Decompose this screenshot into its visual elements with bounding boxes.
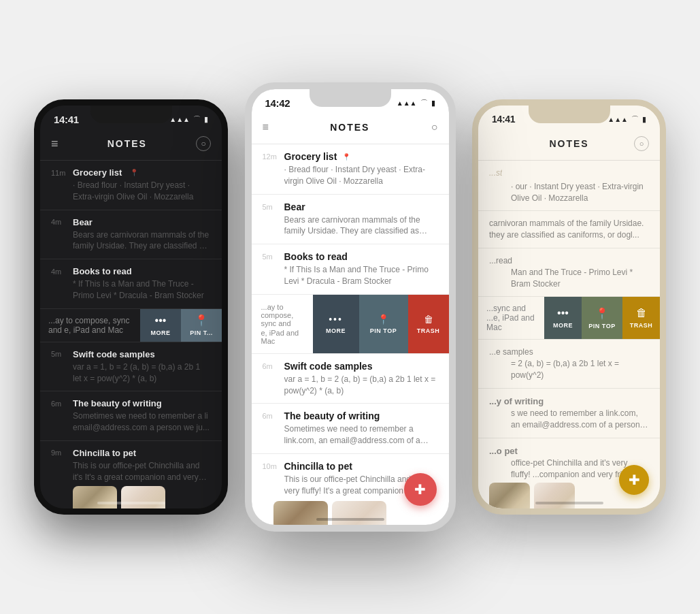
signal-icon-right: ▲▲▲ bbox=[607, 116, 628, 123]
note-preview: Bears are carnivoran mammals of the fami… bbox=[73, 229, 211, 253]
trash-icon-center: 🗑 bbox=[424, 314, 433, 325]
note-time: 6m bbox=[51, 400, 67, 408]
note-preview: carnivoran mammals of the family Ursidae… bbox=[489, 218, 649, 241]
note-item-books[interactable]: 5m Books to read * If This Is a Man and … bbox=[252, 244, 449, 295]
notch-left bbox=[90, 106, 172, 123]
swiped-row-right: ...sync and ...e, iPad and Mac ••• MORE … bbox=[478, 297, 660, 340]
note-item[interactable]: 4m Bear Bears are carnivoran mammals of … bbox=[40, 210, 222, 260]
note-title-grocery: Grocery list bbox=[284, 151, 337, 162]
note-item-bear[interactable]: 5m Bear Bears are carnivoran mammals of … bbox=[252, 195, 449, 245]
app-header-center: ≡ NOTES ○ bbox=[252, 114, 449, 144]
note-preview: · our · Instant Dry yeast · Extra-virgin… bbox=[511, 181, 649, 204]
note-title-swift: Swift code samples bbox=[284, 361, 373, 372]
phone-left: 14:41 ▲▲▲ ⌒ ▮ ≡ NOTES ○ 11m bbox=[34, 99, 228, 515]
battery-icon-left: ▮ bbox=[204, 115, 208, 124]
note-item-swift[interactable]: 6m Swift code samples var a = 1, b = 2 (… bbox=[252, 354, 449, 404]
note-item-grocery[interactable]: 12m Grocery list 📍 · Bread flour · Insta… bbox=[252, 144, 449, 195]
chinchilla-img-1-left bbox=[73, 486, 117, 508]
swiped-note-text-left: ...ay to compose, sync and e, iPad and M… bbox=[48, 316, 129, 335]
note-time: 11m bbox=[51, 169, 67, 177]
note-title-beauty: The beauty of writing bbox=[284, 410, 380, 421]
note-item[interactable]: ...y of writing s we need to remember a … bbox=[478, 389, 660, 438]
pintop-btn-center[interactable]: 📍 PIN TOP bbox=[359, 295, 408, 353]
home-indicator-left bbox=[97, 502, 165, 504]
note-preview-swift: var a = 1, b = 2 (a, b) = (b,a) a 2b 1 l… bbox=[284, 374, 438, 397]
note-preview: ...read bbox=[489, 255, 649, 267]
pin-grocery: 📍 bbox=[342, 153, 350, 161]
trash-label-right: TRASH bbox=[630, 322, 653, 329]
search-icon-left[interactable]: ○ bbox=[196, 136, 211, 151]
hamburger-icon-left[interactable]: ≡ bbox=[51, 137, 59, 151]
note-title-bear: Bear bbox=[284, 201, 305, 212]
search-icon-right[interactable]: ○ bbox=[634, 136, 649, 151]
more-icon-right: ••• bbox=[557, 307, 569, 319]
hamburger-icon-center[interactable]: ≡ bbox=[263, 121, 269, 133]
note-item[interactable]: 11m Grocery list 📍 · Bread flour · Insta… bbox=[40, 161, 222, 210]
trash-btn-right[interactable]: 🗑 TRASH bbox=[622, 297, 660, 339]
note-title: The beauty of writing bbox=[73, 398, 162, 408]
pintop-btn-right[interactable]: 📍 PIN TOP bbox=[582, 297, 622, 339]
note-title: Grocery list bbox=[73, 167, 122, 178]
note-item[interactable]: 6m The beauty of writing Sometimes we ne… bbox=[40, 391, 222, 441]
note-title: Books to read bbox=[73, 266, 132, 276]
fab-icon-right: ✚ bbox=[629, 472, 640, 488]
chinchilla-img-1-center bbox=[273, 501, 328, 525]
note-item[interactable]: ...st · our · Instant Dry yeast · Extra-… bbox=[478, 161, 660, 211]
chinchilla-img-2-right bbox=[534, 483, 575, 508]
note-time-grocery: 12m bbox=[263, 152, 279, 161]
app-title-center: NOTES bbox=[330, 122, 369, 133]
note-time-bear: 5m bbox=[263, 203, 279, 211]
app-title-right: NOTES bbox=[549, 138, 588, 149]
note-title: Chincilla to pet bbox=[73, 448, 136, 458]
wifi-icon-right: ⌒ bbox=[631, 114, 639, 125]
note-list-right: ...st · our · Instant Dry yeast · Extra-… bbox=[478, 161, 660, 508]
status-icons-left: ▲▲▲ ⌒ ▮ bbox=[169, 114, 208, 125]
more-label-center: MORE bbox=[326, 327, 346, 334]
note-item[interactable]: 5m Swift code samples var a = 1, b = 2 (… bbox=[40, 342, 222, 392]
note-time-swift: 6m bbox=[263, 362, 279, 370]
home-indicator-center bbox=[316, 518, 384, 521]
swiped-note-text-right: ...sync and ...e, iPad and Mac bbox=[486, 304, 535, 332]
time-center: 14:42 bbox=[265, 97, 290, 109]
pintop-icon-center: 📍 bbox=[378, 314, 389, 325]
pintop-icon-left: 📍 bbox=[195, 314, 208, 327]
trash-btn-center[interactable]: 🗑 TRASH bbox=[408, 295, 449, 353]
pintop-label-right: PIN TOP bbox=[588, 323, 615, 329]
swiped-row-center: ...ay to compose, sync and e, iPad and M… bbox=[252, 295, 449, 354]
note-time: 4m bbox=[51, 268, 67, 276]
fab-button-center[interactable]: ✚ bbox=[404, 473, 437, 506]
note-list-center: 12m Grocery list 📍 · Bread flour · Insta… bbox=[252, 144, 449, 525]
fab-button-right[interactable]: ✚ bbox=[619, 465, 649, 495]
note-item-beauty[interactable]: 6m The beauty of writing Sometimes we ne… bbox=[252, 404, 449, 454]
note-item[interactable]: carnivoran mammals of the family Ursidae… bbox=[478, 211, 660, 248]
fab-icon-center: ✚ bbox=[414, 483, 426, 496]
more-btn-center[interactable]: ••• MORE bbox=[313, 295, 359, 353]
note-time: 4m bbox=[51, 218, 67, 226]
note-preview: Sometimes we need to remember a li email… bbox=[73, 410, 211, 434]
status-icons-center: ▲▲▲ ⌒ ▮ bbox=[397, 98, 435, 108]
note-title-books: Books to read bbox=[284, 251, 348, 262]
phone-right: 14:41 ▲▲▲ ⌒ ▮ NOTES ○ ...st bbox=[472, 99, 666, 515]
search-icon-center[interactable]: ○ bbox=[431, 121, 438, 133]
home-indicator-right bbox=[535, 502, 603, 504]
note-title: Bear bbox=[73, 217, 93, 227]
pintop-btn-left[interactable]: 📍 PIN T... bbox=[181, 309, 222, 342]
pin-icon: 📍 bbox=[130, 169, 138, 176]
note-item[interactable]: 9m Chincilla to pet This is our office-p… bbox=[40, 441, 222, 508]
more-btn-right[interactable]: ••• MORE bbox=[544, 297, 582, 339]
note-item[interactable]: ...e samples = 2 (a, b) = (b,a) a 2b 1 l… bbox=[478, 340, 660, 388]
note-preview-books: * If This Is a Man and The Truce - Primo… bbox=[284, 264, 438, 287]
note-preview: This is our office-pet Chinchilla and it… bbox=[73, 460, 211, 483]
pintop-label-center: PIN TOP bbox=[370, 327, 397, 334]
time-right: 14:41 bbox=[492, 114, 515, 125]
more-label-left: MORE bbox=[151, 329, 171, 336]
note-item[interactable]: ...read Man and The Truce - Primo Levi *… bbox=[478, 248, 660, 297]
note-time: 9m bbox=[51, 449, 67, 457]
more-btn-left[interactable]: ••• MORE bbox=[140, 309, 181, 342]
action-buttons-center: ••• MORE 📍 PIN TOP 🗑 TRASH bbox=[313, 295, 449, 353]
app-header-right: NOTES ○ bbox=[478, 130, 660, 160]
note-item[interactable]: 4m Books to read * If This Is a Man and … bbox=[40, 259, 222, 309]
more-icon-left: ••• bbox=[155, 314, 167, 327]
note-preview-bear: Bears are carnivoran mammals of the fami… bbox=[284, 214, 438, 238]
note-preview: · Bread flour · Instant Dry yeast · Extr… bbox=[73, 180, 211, 203]
